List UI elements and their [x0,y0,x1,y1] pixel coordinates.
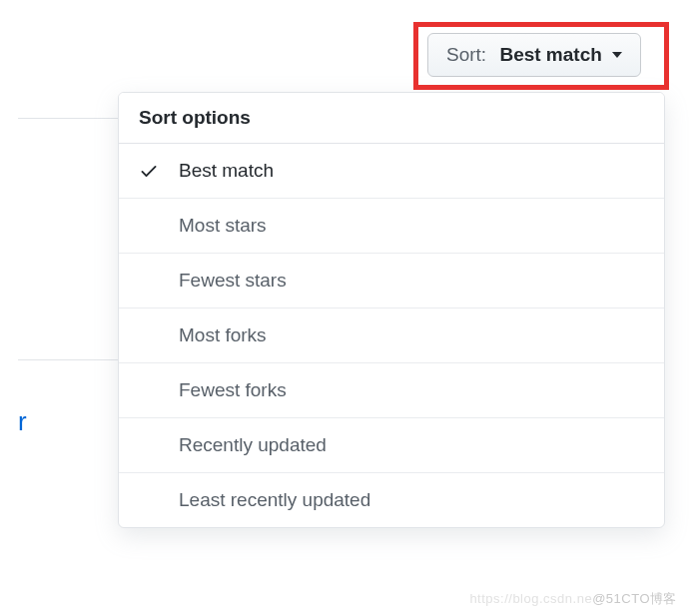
sort-button[interactable]: Sort: Best match [427,33,641,77]
sort-option-fewest-forks[interactable]: Fewest forks [119,363,664,418]
sort-option-label: Best match [179,160,274,181]
sort-option-label: Fewest stars [179,270,287,291]
sort-option-label: Most forks [179,324,267,345]
sort-button-prefix: Sort: [446,44,486,66]
sort-option-fewest-stars[interactable]: Fewest stars [119,254,664,308]
sort-option-label: Least recently updated [179,489,370,510]
sort-option-most-stars[interactable]: Most stars [119,199,664,254]
sort-dropdown: Sort options Best match Most stars Fewes… [118,92,665,528]
watermark-url: https://blog.csdn.ne [469,591,592,606]
caret-down-icon [612,52,622,58]
watermark: https://blog.csdn.ne@51CTO博客 [469,590,677,608]
sort-option-least-recently-updated[interactable]: Least recently updated [119,473,664,527]
watermark-text: @51CTO博客 [592,591,677,606]
sort-option-label: Most stars [179,215,267,236]
sort-option-label: Recently updated [179,434,327,455]
check-icon [139,161,159,181]
sort-option-label: Fewest forks [179,379,287,400]
dropdown-title: Sort options [119,93,664,144]
divider [18,359,118,360]
sort-option-best-match[interactable]: Best match [119,144,664,199]
sort-option-recently-updated[interactable]: Recently updated [119,418,664,473]
partial-link-text: r [18,406,27,437]
sort-option-most-forks[interactable]: Most forks [119,308,664,363]
divider [18,118,118,119]
sort-button-value: Best match [499,44,601,66]
